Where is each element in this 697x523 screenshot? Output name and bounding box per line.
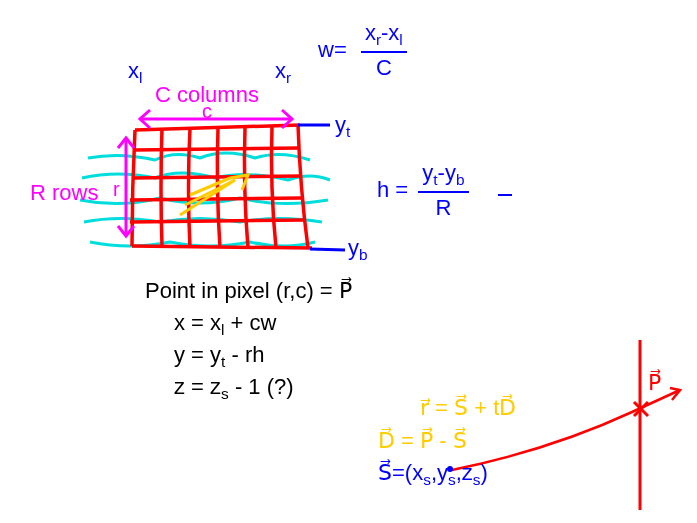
eq-point: Point in pixel (r,c) = P⃗ — [145, 278, 352, 304]
eq-s: S⃗=(xs,ys,zs) — [378, 460, 488, 489]
label-rows: R rows — [30, 180, 98, 206]
label-r: r — [113, 178, 120, 201]
label-xl: xl — [128, 58, 142, 87]
label-p-vec: P⃗ — [648, 370, 661, 396]
eq-d: D⃗ = P⃗ - S⃗ — [378, 428, 467, 454]
label-xr: xr — [275, 58, 291, 87]
label-yb: yb — [348, 235, 368, 264]
eq-y: y = yt - rh — [174, 342, 264, 371]
label-c: c — [202, 100, 212, 123]
eq-r: r⃗ = S⃗ + tD⃗ — [420, 395, 516, 421]
eq-w: w= xr-xl C — [318, 20, 407, 81]
eq-h: h = yt-yb R — [377, 160, 469, 221]
label-yt: yt — [335, 112, 350, 141]
eq-z: z = zs - 1 (?) — [174, 374, 294, 403]
eq-x: x = xl + cw — [174, 310, 276, 339]
